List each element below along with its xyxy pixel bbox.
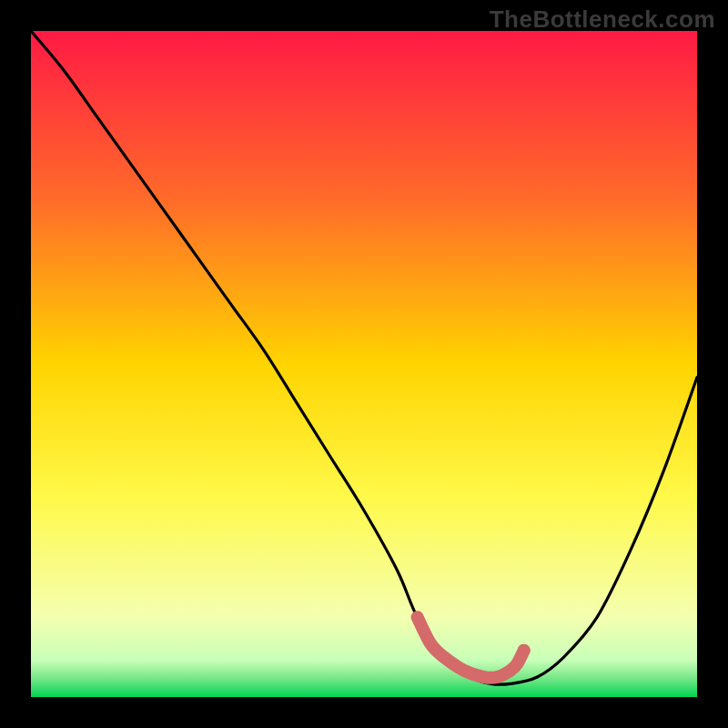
chart-svg [0,0,728,728]
chart-container: { "watermark": "TheBottleneck.com", "cha… [0,0,728,728]
watermark-text: TheBottleneck.com [490,5,715,34]
optimal-end-marker [518,644,531,657]
plot-background [31,31,697,697]
